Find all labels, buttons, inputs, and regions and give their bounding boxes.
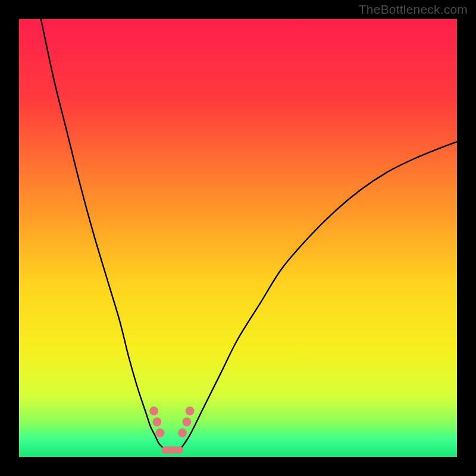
watermark-text: TheBottleneck.com xyxy=(359,2,468,17)
valley-marker-dot xyxy=(152,418,161,427)
valley-marker-dot xyxy=(155,428,164,437)
valley-marker-dot xyxy=(182,418,191,427)
chart-root: TheBottleneck.com xyxy=(0,0,476,476)
valley-marker-dot xyxy=(178,428,187,437)
chart-svg xyxy=(19,19,457,457)
valley-marker-dot xyxy=(186,406,195,415)
valley-floor-bar xyxy=(161,446,183,453)
valley-marker-dot xyxy=(149,406,158,415)
gradient-background xyxy=(19,19,457,457)
plot-area xyxy=(19,19,457,457)
